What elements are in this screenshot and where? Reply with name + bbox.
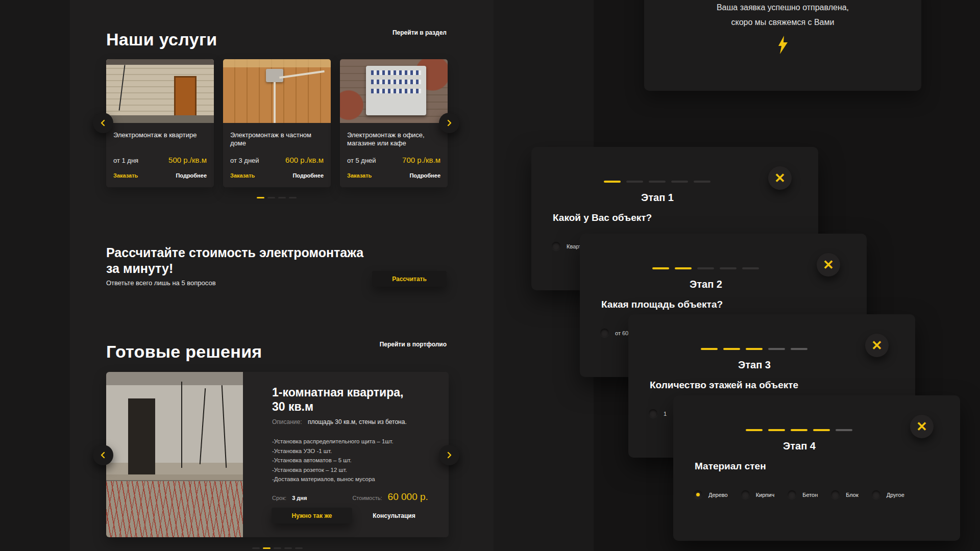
portfolio-prev-button[interactable] — [93, 445, 113, 465]
radio-option-brick[interactable]: Кирпич — [741, 490, 775, 499]
success-toast: Ваша заявка успешно отправлена, скоро мы… — [644, 0, 921, 91]
radio-label: Бетон — [802, 492, 818, 498]
radio-option-block[interactable]: Блок — [831, 490, 859, 499]
order-button[interactable]: Заказать — [347, 172, 372, 179]
stage-title: Этап 1 — [514, 192, 801, 204]
close-button[interactable]: ✕ — [910, 415, 934, 438]
photo-detail — [274, 82, 276, 123]
calculator-subtitle: Ответьте всего лишь на 5 вопросов — [106, 279, 216, 287]
term-value: 3 дня — [292, 495, 307, 501]
pagination-dot[interactable] — [257, 197, 264, 198]
calculator-title-line2: за минуту! — [106, 261, 363, 277]
portfolio-description: Описание: площадь 30 кв.м, стены из бето… — [272, 418, 407, 425]
term-label: Срок: — [272, 495, 286, 501]
close-button[interactable]: ✕ — [817, 253, 840, 277]
details-button[interactable]: Подробнее — [409, 172, 440, 179]
portfolio-section-link[interactable]: Перейти в портфолио — [380, 341, 447, 348]
chevron-left-icon — [100, 119, 107, 127]
progress-segment — [720, 267, 737, 269]
consultation-button[interactable]: Консультация — [363, 508, 425, 523]
stage-title: Этап 2 — [562, 279, 849, 290]
photo-detail — [371, 70, 421, 75]
quiz-question: Количество этажей на объекте — [650, 380, 798, 391]
radio-label: Дерево — [708, 492, 728, 498]
radio-option-other[interactable]: Другое — [872, 490, 904, 499]
portfolio-item-title-line2: 30 кв.м — [272, 399, 403, 414]
service-card-title: Электромонтаж в офисе, магазине или кафе — [347, 131, 440, 147]
radio-selected-icon — [694, 490, 702, 499]
details-button[interactable]: Подробнее — [292, 172, 324, 179]
close-icon: ✕ — [774, 171, 786, 185]
stage-title: Этап 4 — [656, 440, 943, 452]
radio-icon — [741, 490, 750, 499]
progress-segment — [723, 348, 740, 350]
work-list-item: -Установка розеток – 12 шт. — [272, 465, 394, 475]
service-photo-apartment — [106, 59, 214, 123]
pagination-dot[interactable] — [252, 547, 260, 549]
progress-segment — [675, 267, 692, 269]
pagination-dot[interactable] — [274, 547, 281, 549]
photo-detail — [106, 115, 214, 123]
order-button[interactable]: Заказать — [113, 172, 138, 179]
pagination-dot[interactable] — [267, 197, 275, 198]
pagination-dot[interactable] — [278, 197, 286, 198]
pagination-dot[interactable] — [263, 547, 271, 549]
portfolio-pagination — [252, 547, 303, 549]
chevron-right-icon — [446, 452, 453, 459]
service-card: Электромонтаж в квартире от 1 дня 500 р.… — [106, 59, 214, 187]
chevron-left-icon — [100, 452, 107, 459]
close-icon: ✕ — [916, 420, 927, 433]
progress-bar — [652, 267, 759, 269]
description-value: площадь 30 кв.м, стены из бетона. — [308, 418, 407, 425]
calculate-button[interactable]: Рассчитать — [372, 271, 447, 287]
cost-label: Стоимость: — [352, 495, 382, 501]
work-list-item: -Установка автоматов – 5 шт. — [272, 456, 394, 465]
calculator-title-line1: Рассчитайте стоимость электромонтажа — [106, 245, 363, 261]
services-section-title: Наши услуги — [106, 30, 217, 49]
service-card-title: Электромонтаж в квартире — [113, 131, 207, 147]
pagination-dot[interactable] — [295, 547, 303, 549]
photo-detail — [118, 65, 125, 111]
radio-icon — [552, 242, 560, 251]
progress-segment — [671, 181, 688, 183]
progress-segment — [746, 429, 763, 431]
progress-segment — [697, 267, 714, 269]
need-same-button[interactable]: Нужно так же — [272, 508, 352, 523]
close-button[interactable]: ✕ — [865, 334, 889, 357]
radio-label: Кирпич — [756, 492, 775, 498]
photo-detail — [128, 398, 156, 474]
photo-detail — [199, 389, 205, 465]
services-next-button[interactable] — [439, 113, 459, 133]
progress-segment — [791, 348, 807, 350]
service-price: 600 р./кв.м — [285, 156, 324, 164]
portfolio-meta: Срок: 3 дня Стоимость: 60 000 р. — [272, 491, 435, 503]
close-button[interactable]: ✕ — [768, 166, 792, 190]
progress-segment — [768, 429, 785, 431]
progress-bar — [746, 429, 852, 431]
photo-detail — [371, 80, 421, 84]
services-prev-button[interactable] — [93, 113, 113, 133]
progress-segment — [652, 267, 669, 269]
services-section-link[interactable]: Перейти в раздел — [393, 29, 447, 36]
description-label: Описание: — [272, 418, 302, 425]
site-content: Наши услуги Перейти в раздел Электромонт… — [70, 0, 494, 551]
progress-segment — [768, 348, 785, 350]
radio-option-concrete[interactable]: Бетон — [788, 490, 818, 499]
details-button[interactable]: Подробнее — [176, 172, 207, 179]
photo-detail — [181, 382, 182, 467]
close-icon: ✕ — [871, 339, 883, 352]
radio-option[interactable]: 1 — [649, 409, 667, 418]
portfolio-next-button[interactable] — [439, 445, 459, 465]
pagination-dot[interactable] — [284, 547, 292, 549]
photo-detail — [223, 59, 331, 67]
progress-segment — [604, 181, 621, 183]
pagination-dot[interactable] — [289, 197, 297, 198]
service-term: от 5 дней — [347, 157, 376, 164]
quiz-dialog-stage-4: Этап 4 Материал стен Дерево Кирпич Бетон… — [673, 395, 960, 541]
radio-option-wood[interactable]: Дерево — [694, 490, 728, 499]
order-button[interactable]: Заказать — [230, 172, 255, 179]
radio-icon — [600, 329, 609, 337]
photo-detail — [222, 385, 227, 468]
lightning-icon — [644, 36, 921, 56]
radio-label: Блок — [846, 492, 859, 498]
